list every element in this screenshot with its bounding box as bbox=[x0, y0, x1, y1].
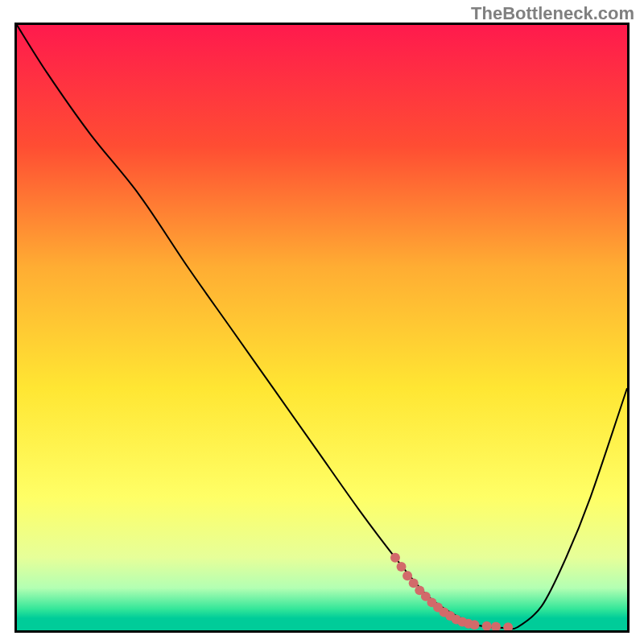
curve-overlay bbox=[17, 25, 627, 630]
highlight-dots bbox=[390, 553, 513, 630]
highlight-dot bbox=[482, 621, 492, 630]
highlight-dot bbox=[503, 622, 513, 630]
highlight-dot bbox=[491, 622, 501, 630]
bottleneck-curve bbox=[17, 25, 627, 629]
chart-container: TheBottleneck.com bbox=[0, 0, 644, 644]
highlight-dot bbox=[397, 562, 407, 572]
highlight-dot bbox=[470, 620, 480, 630]
watermark-text: TheBottleneck.com bbox=[471, 3, 634, 24]
plot-area bbox=[14, 23, 630, 633]
highlight-dot bbox=[390, 553, 400, 563]
